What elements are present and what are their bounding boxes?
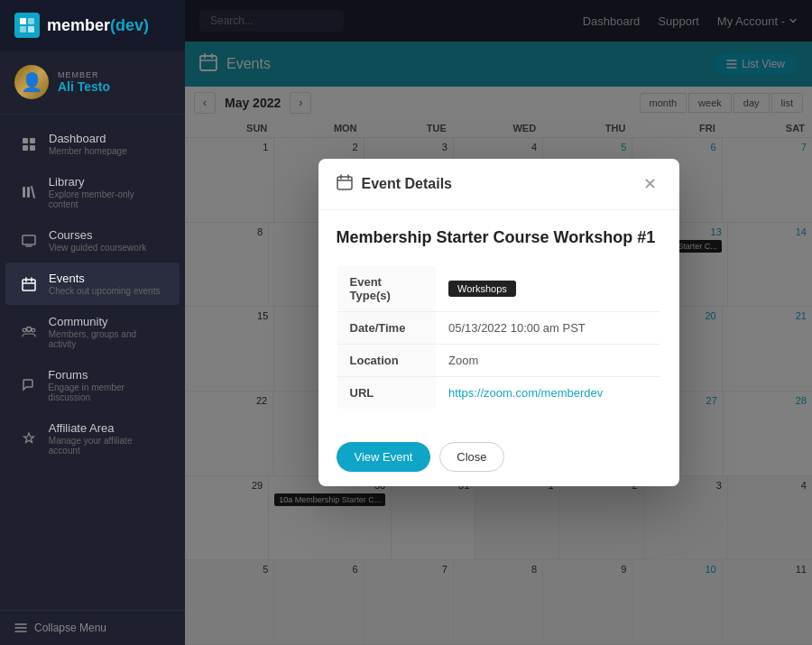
logo[interactable]: member(dev) — [0, 0, 185, 51]
sidebar-item-library[interactable]: Library Explore member-only content — [5, 166, 180, 218]
svg-rect-3 — [28, 26, 34, 32]
modal-footer: View Event Close — [318, 428, 679, 486]
event-type-label: Event Type(s) — [337, 266, 436, 312]
library-icon — [20, 183, 38, 201]
url-value: https://zoom.com/memberdev — [436, 377, 660, 410]
sidebar-nav: Dashboard Member homepage Library Explor… — [0, 115, 185, 610]
table-row-event-type: Event Type(s) Workshops — [337, 266, 660, 312]
events-icon — [20, 275, 38, 293]
sidebar-item-courses-label: Courses — [49, 228, 146, 242]
location-label: Location — [337, 345, 436, 377]
svg-rect-2 — [20, 26, 26, 32]
sidebar-item-forums-subtitle: Engage in member discussion — [48, 382, 165, 402]
svg-rect-11 — [23, 280, 35, 290]
collapse-menu-button[interactable]: Collapse Menu — [14, 622, 171, 634]
sidebar: member(dev) MEMBER Ali Testo Dashboard M… — [0, 0, 185, 645]
close-modal-button[interactable]: Close — [439, 442, 503, 472]
event-details-modal: Event Details ✕ Membership Starter Cours… — [318, 159, 679, 486]
table-row-datetime: Date/Time 05/13/2022 10:00 am PST — [337, 312, 660, 345]
sidebar-item-courses[interactable]: Courses View guided coursework — [5, 219, 180, 262]
event-url-link[interactable]: https://zoom.com/memberdev — [448, 386, 603, 400]
sidebar-item-library-subtitle: Explore member-only content — [49, 189, 165, 209]
event-type-value: Workshops — [436, 266, 660, 312]
sidebar-item-forums[interactable]: Forums Engage in member discussion — [5, 359, 180, 411]
view-event-button[interactable]: View Event — [337, 442, 431, 472]
sidebar-item-affiliate-label: Affiliate Area — [49, 421, 165, 435]
collapse-menu-label: Collapse Menu — [34, 622, 106, 634]
svg-rect-10 — [23, 235, 35, 244]
url-label: URL — [337, 377, 436, 410]
sidebar-item-library-label: Library — [49, 175, 165, 189]
sidebar-item-forums-label: Forums — [48, 368, 165, 382]
svg-point-12 — [26, 327, 31, 332]
sidebar-item-events[interactable]: Events Check out upcoming events — [5, 263, 180, 305]
svg-rect-7 — [30, 145, 35, 151]
event-title: Membership Starter Course Workshop #1 — [337, 228, 661, 247]
modal-overlay[interactable]: Event Details ✕ Membership Starter Cours… — [185, 0, 812, 645]
sidebar-item-dashboard[interactable]: Dashboard Member homepage — [5, 123, 180, 165]
sidebar-item-affiliate[interactable]: Affiliate Area Manage your affiliate acc… — [5, 412, 180, 465]
location-value: Zoom — [436, 345, 660, 377]
logo-icon — [14, 13, 40, 38]
sidebar-bottom: Collapse Menu — [0, 610, 185, 645]
sidebar-item-events-label: Events — [49, 272, 160, 285]
svg-point-14 — [32, 328, 35, 332]
logo-accent: (dev) — [110, 16, 149, 34]
logo-text: member(dev) — [47, 16, 149, 35]
sidebar-item-dashboard-label: Dashboard — [49, 132, 127, 145]
modal-header: Event Details ✕ — [318, 159, 679, 210]
sidebar-item-community-subtitle: Members, groups and activity — [49, 329, 165, 349]
svg-rect-6 — [23, 145, 28, 151]
svg-rect-9 — [27, 187, 30, 198]
svg-rect-4 — [23, 138, 28, 143]
svg-rect-5 — [30, 138, 35, 143]
courses-icon — [20, 232, 38, 250]
modal-body: Membership Starter Course Workshop #1 Ev… — [318, 210, 679, 428]
sidebar-item-events-subtitle: Check out upcoming events — [49, 286, 160, 296]
table-row-url: URL https://zoom.com/memberdev — [337, 377, 660, 410]
svg-rect-0 — [20, 18, 26, 24]
table-row-location: Location Zoom — [337, 345, 660, 377]
avatar — [14, 65, 49, 99]
community-icon — [20, 323, 38, 341]
main-content: Search... Dashboard Support My Account -… — [185, 0, 812, 645]
forums-icon — [20, 376, 37, 394]
affiliate-icon — [20, 429, 38, 447]
profile-name: Ali Testo — [58, 79, 110, 94]
datetime-value: 05/13/2022 10:00 am PST — [436, 312, 660, 345]
sidebar-item-affiliate-subtitle: Manage your affiliate account — [49, 436, 165, 456]
modal-title: Event Details — [362, 176, 631, 192]
workshops-tag: Workshops — [448, 281, 516, 297]
sidebar-item-courses-subtitle: View guided coursework — [49, 243, 146, 253]
sidebar-profile: MEMBER Ali Testo — [0, 51, 185, 115]
svg-point-13 — [23, 328, 26, 332]
svg-rect-8 — [23, 187, 25, 198]
dashboard-icon — [20, 135, 38, 153]
profile-label: MEMBER — [58, 70, 110, 79]
svg-rect-1 — [28, 18, 34, 24]
modal-close-button[interactable]: ✕ — [640, 173, 661, 195]
svg-rect-16 — [337, 177, 352, 189]
event-details-table: Event Type(s) Workshops Date/Time 05/13/… — [337, 265, 661, 410]
sidebar-item-community-label: Community — [49, 315, 165, 328]
sidebar-item-dashboard-subtitle: Member homepage — [49, 146, 127, 156]
datetime-label: Date/Time — [337, 312, 436, 345]
sidebar-item-community[interactable]: Community Members, groups and activity — [5, 306, 180, 358]
modal-calendar-icon — [337, 174, 353, 194]
